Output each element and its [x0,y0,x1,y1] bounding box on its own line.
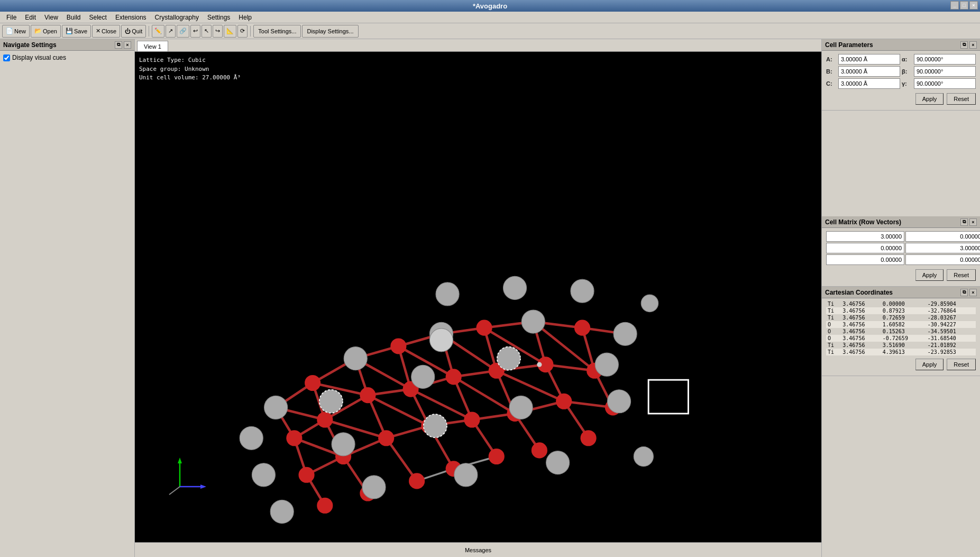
cell-matrix-title: Cell Matrix (Row Vectors) ⧉ × [822,216,980,228]
axes-svg [164,455,206,497]
cell-matrix-apply-button[interactable]: Apply [915,269,944,281]
quit-button[interactable]: ⏻ Quit [121,25,146,38]
c-input[interactable] [838,78,900,89]
molecule-view[interactable]: Lattice Type: Cubic Space group: Unknown… [135,52,821,542]
coords-float-icon[interactable]: ⧉ [960,289,968,296]
manipulate-button[interactable]: ⟳ [237,25,248,38]
svg-point-68 [317,412,333,427]
svg-point-103 [607,389,630,413]
cell-params-close-icon[interactable]: × [969,41,977,49]
svg-point-60 [305,375,320,391]
svg-point-82 [409,473,425,489]
gamma-input[interactable] [914,78,976,89]
navigate-settings-header: Navigate Settings ⧉ × [0,39,134,51]
quit-icon: ⏻ [125,28,131,34]
menu-crystallography[interactable]: Crystallography [151,13,203,22]
minimize-button[interactable]: _ [950,1,959,10]
table-row: O3.46756-0.72659-31.68540 [826,335,976,342]
close-button[interactable]: ✕ Close [92,25,120,38]
table-row: Ti3.467564.39613-23.92853 [826,349,976,355]
svg-point-93 [537,362,542,367]
navigate-button[interactable]: ↖ [202,25,212,38]
cartesian-coords-section: Cartesian Coordinates ⧉ × Ti3.467560.000… [822,287,980,376]
cell-params-float-icon[interactable]: ⧉ [960,41,968,49]
matrix-float-icon[interactable]: ⧉ [960,218,968,226]
panel-close-icon[interactable]: × [124,41,131,49]
svg-point-73 [378,430,394,446]
draw-tool-button[interactable]: ✏️ [152,25,164,38]
matrix-close-icon[interactable]: × [969,218,977,226]
svg-point-112 [641,295,658,312]
svg-point-91 [613,322,637,345]
menu-select[interactable]: Select [85,13,111,22]
view-tabs: View 1 [135,39,821,52]
bond-tool-button[interactable]: 🔗 [177,25,189,38]
lattice-info: Lattice Type: Cubic Space group: Unknown… [139,56,241,83]
menu-build[interactable]: Build [62,13,85,22]
cell-parameters-title: Cell Parameters ⧉ × [822,39,980,51]
open-button[interactable]: 📂 Open [31,25,61,38]
menu-settings[interactable]: Settings [203,13,234,22]
table-row: O3.467561.60582-30.94227 [826,321,976,328]
open-icon: 📂 [34,28,42,34]
undo-button[interactable]: ↩ [190,25,200,38]
title-bar: *Avogadro _ □ × [0,0,980,12]
svg-line-55 [411,389,472,419]
redo-button[interactable]: ↪ [213,25,223,38]
menu-help[interactable]: Help [234,13,256,22]
cell-matrix-reset-button[interactable]: Reset [947,269,976,281]
svg-line-120 [169,487,180,495]
close-window-button[interactable]: × [969,1,978,10]
menu-edit[interactable]: Edit [21,13,40,22]
beta-input[interactable] [914,66,976,77]
a-input[interactable] [838,54,900,65]
unit-cell-volume: Unit cell volume: 27.00000 Å³ [139,74,241,83]
matrix-cell-input[interactable] [905,243,980,253]
svg-point-66 [446,369,462,385]
svg-point-99 [252,463,275,487]
left-sidebar: Navigate Settings ⧉ × Display visual cue… [0,39,135,557]
coords-close-icon[interactable]: × [969,289,977,296]
sidebar-content: Display visual cues [0,51,134,65]
matrix-cell-input[interactable] [826,254,904,265]
measure-button[interactable]: 📐 [224,25,236,38]
gamma-label: γ: [902,80,912,87]
display-settings-button[interactable]: Display Settings... [302,25,358,38]
cartesian-coords-title: Cartesian Coordinates ⧉ × [822,287,980,298]
select-tool-button[interactable]: ↗ [166,25,176,38]
cell-params-apply-button[interactable]: Apply [915,93,944,105]
cell-params-reset-button[interactable]: Reset [947,93,976,105]
new-button[interactable]: 📄 New [2,25,30,38]
view-tab-1[interactable]: View 1 [137,41,168,51]
save-button[interactable]: 💾 Save [62,25,91,38]
coords-table: Ti3.467560.00000-29.85904Ti3.467560.8792… [822,298,980,358]
matrix-cell-input[interactable] [905,231,980,242]
matrix-cell-input[interactable] [905,254,980,265]
matrix-cell-input[interactable] [826,243,904,253]
svg-point-110 [503,276,527,299]
svg-point-88 [344,346,367,370]
svg-point-104 [270,500,294,523]
panel-float-icon[interactable]: ⧉ [115,41,122,49]
center-content: View 1 Lattice Type: Cubic Space group: … [135,39,821,557]
matrix-cell-input[interactable] [826,231,904,242]
menu-extensions[interactable]: Extensions [111,13,151,22]
alpha-input[interactable] [914,54,976,65]
maximize-button[interactable]: □ [960,1,968,10]
cell-matrix-grid [822,228,980,268]
menu-file[interactable]: File [2,13,21,22]
cell-params-grid: A: α: B: β: C: γ: [822,51,980,92]
display-visual-cues-checkbox[interactable] [3,54,10,61]
coords-apply-button[interactable]: Apply [915,359,944,370]
save-icon: 💾 [66,28,73,34]
molecule-svg [135,175,821,542]
coords-reset-button[interactable]: Reset [947,359,976,370]
table-row: Ti3.467563.51690-21.01892 [826,342,976,349]
tool-settings-button[interactable]: Tool Settings... [253,25,301,38]
beta-label: β: [902,68,912,75]
app-title: *Avogadro [473,2,507,10]
oxygen-atoms [286,319,621,513]
b-input[interactable] [838,66,900,77]
svg-point-61 [390,338,406,354]
menu-view[interactable]: View [40,13,62,22]
